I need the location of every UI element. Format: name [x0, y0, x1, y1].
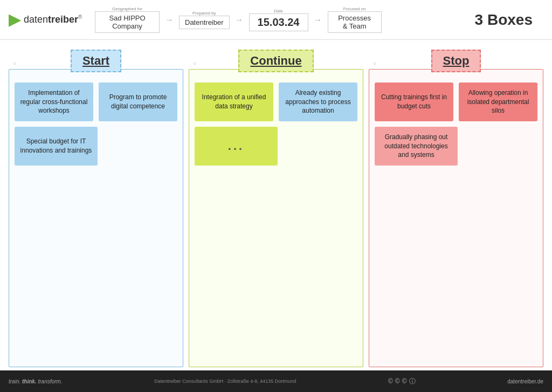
continue-card-2[interactable]: Already existing approaches to process a… [279, 82, 357, 121]
stop-row-1: Cutting trainings first in budget cuts A… [375, 82, 537, 121]
prepared-value: Datentreiber [179, 16, 230, 29]
header: ▶ datentreiber® Geographed for Sad HIPPO… [0, 0, 552, 40]
processes-label: Focused on [343, 6, 366, 11]
stop-header: Stop [369, 45, 543, 77]
field-company: Geographed for Sad HIPPOCompany [95, 6, 160, 33]
main-content: Start ○ Implementation of regular cross-… [0, 40, 552, 370]
start-card-2[interactable]: Program to promote digital competence [99, 82, 177, 121]
column-stop: Stop ○ Cutting trainings first in budget… [369, 45, 543, 367]
processes-value: Processes& Team [328, 11, 382, 33]
info-icon: ⓘ [409, 377, 416, 386]
start-title: Start [71, 50, 121, 72]
date-value: 15.03.24 [249, 13, 308, 31]
footer-center: Datentreiber Consultants GmbH · Zollstra… [154, 379, 296, 384]
logo-icon: ▶ [9, 11, 20, 29]
continue-box: ○ Integration of a unified data strategy… [189, 69, 363, 367]
logo-text: datentreiber® [24, 14, 82, 25]
continue-row-1: Integration of a unified data strategy A… [195, 82, 357, 121]
stop-card-3[interactable]: Gradually phasing out outdated technolog… [375, 127, 458, 166]
arrow-2: → [234, 15, 245, 25]
start-card-3[interactable]: Special budget for IT innovations and tr… [15, 127, 98, 166]
continue-row-2: ... [195, 127, 357, 166]
cc-icon-1: © [388, 377, 393, 385]
start-box: ○ Implementation of regular cross-functi… [9, 69, 183, 367]
start-row-1: Implementation of regular cross-function… [15, 82, 177, 121]
stop-card-2[interactable]: Allowing operation in isolated departmen… [459, 82, 537, 121]
copyright-area: © © © ⓘ [388, 377, 416, 386]
start-header: Start [9, 45, 183, 77]
stop-row-2: Gradually phasing out outdated technolog… [375, 127, 537, 166]
prepared-label: Prepared by [192, 11, 216, 16]
company-label: Geographed for [112, 6, 142, 11]
footer-website: datentreiber.de [507, 379, 543, 384]
three-columns: Start ○ Implementation of regular cross-… [9, 45, 543, 367]
stop-box: ○ Cutting trainings first in budget cuts… [369, 69, 543, 367]
stop-card-1[interactable]: Cutting trainings first in budget cuts [375, 82, 453, 121]
column-continue: Continue ○ Integration of a unified data… [189, 45, 363, 367]
arrow-3: → [313, 15, 323, 25]
page-title: 3 Boxes [475, 11, 543, 29]
field-date: Date 15.03.24 [249, 9, 308, 31]
start-card-1[interactable]: Implementation of regular cross-function… [15, 82, 93, 121]
company-value: Sad HIPPOCompany [95, 11, 160, 33]
field-processes: Focused on Processes& Team [328, 6, 382, 33]
footer-company-detail: Datentreiber Consultants GmbH · Zollstra… [154, 379, 296, 384]
arrow-1: → [164, 15, 175, 25]
continue-card-1[interactable]: Integration of a unified data strategy [195, 82, 273, 121]
start-row-2: Special budget for IT innovations and tr… [15, 127, 177, 166]
header-fields: Geographed for Sad HIPPOCompany → Prepar… [95, 6, 475, 33]
stop-title: Stop [431, 50, 481, 72]
cc-icon-3: © [402, 377, 407, 385]
continue-header: Continue [189, 45, 363, 77]
logo-area: ▶ datentreiber® [9, 11, 95, 29]
logo-reg: ® [78, 14, 82, 20]
column-start: Start ○ Implementation of regular cross-… [9, 45, 183, 367]
date-label: Date [274, 9, 283, 13]
cc-icon-2: © [395, 377, 400, 385]
field-prepared: Prepared by Datentreiber [179, 11, 230, 29]
continue-card-dots[interactable]: ... [195, 127, 278, 166]
footer-tagline: train. think. transform. [9, 379, 62, 384]
continue-title: Continue [238, 50, 313, 72]
footer: train. think. transform. Datentreiber Co… [0, 370, 552, 392]
